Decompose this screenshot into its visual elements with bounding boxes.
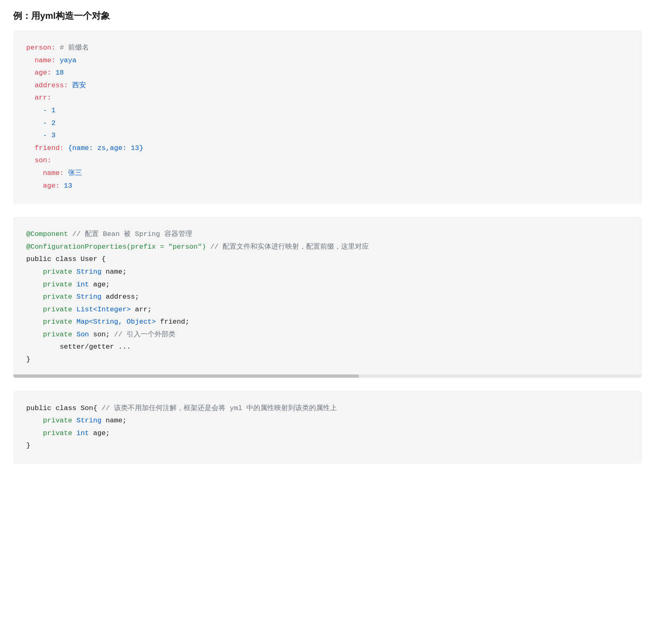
yaml-code-block: person: # 前缀名 name: yaya age: 18 address… bbox=[13, 30, 642, 204]
yaml-code-content: person: # 前缀名 name: yaya age: 18 address… bbox=[26, 42, 629, 192]
java-code-block-son: public class Son{ // 该类不用加任何注解，框架还是会将 ym… bbox=[13, 391, 642, 464]
scrollbar-thumb[interactable] bbox=[13, 374, 359, 378]
java-code-block-user: @Component // 配置 Bean 被 Spring 容器管理 @Con… bbox=[13, 217, 642, 378]
page-title: 例：用yml构造一个对象 bbox=[13, 10, 642, 22]
java-code-user-content: @Component // 配置 Bean 被 Spring 容器管理 @Con… bbox=[26, 228, 629, 366]
scrollbar-track[interactable] bbox=[13, 374, 642, 378]
java-code-son-content: public class Son{ // 该类不用加任何注解，框架还是会将 ym… bbox=[26, 402, 629, 452]
